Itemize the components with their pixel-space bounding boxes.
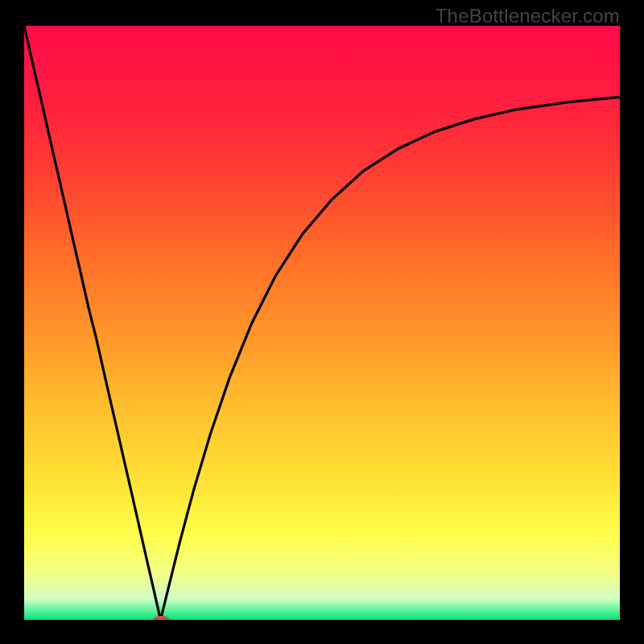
chart-svg <box>24 26 620 620</box>
chart-background-gradient <box>24 26 620 620</box>
watermark-text: TheBottlenecker.com <box>436 5 620 27</box>
chart-frame <box>24 26 620 620</box>
